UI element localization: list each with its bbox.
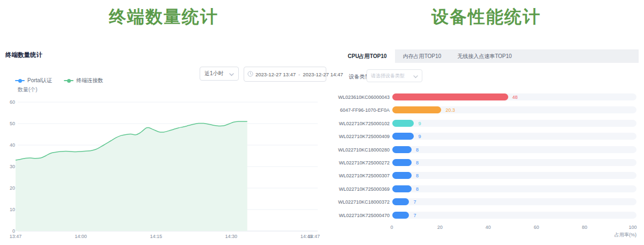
legend-item-1[interactable]: 终端连接数 bbox=[64, 77, 103, 84]
bar-category-label: WL022710K725000272 bbox=[339, 160, 390, 165]
bar-x-tick: 40 bbox=[486, 225, 491, 230]
device-type-placeholder: 请选择设备类型 bbox=[371, 73, 405, 80]
bar-category-label: WL022710K725000102 bbox=[339, 121, 390, 126]
terminal-count-chart: 数量(个)010203040506013:4714:0014:1514:3014… bbox=[0, 86, 327, 245]
date-range-picker[interactable]: 2023-12-27 13:47 - 2023-12-27 14:47 bbox=[244, 67, 326, 82]
bar-track bbox=[392, 120, 636, 127]
legend-item-0[interactable]: Portal认证 bbox=[15, 77, 52, 84]
left-panel-title: 终端数量统计 bbox=[5, 51, 42, 59]
tab-0[interactable]: CPU占用TOP10 bbox=[340, 49, 395, 63]
bar-fill bbox=[392, 133, 414, 140]
legend-marker-icon bbox=[64, 79, 74, 83]
series-area-fill bbox=[16, 121, 247, 231]
chevron-down-icon bbox=[229, 69, 234, 78]
x-tick: 14:47 bbox=[308, 234, 320, 239]
chevron-down-icon bbox=[413, 71, 418, 81]
legend-label: Portal认证 bbox=[27, 77, 52, 84]
bar-category-label: WL022710KC18000372 bbox=[338, 199, 390, 205]
y-tick: 10 bbox=[10, 207, 15, 212]
bar-fill bbox=[392, 146, 412, 153]
bar-track bbox=[392, 146, 636, 153]
bar-track bbox=[392, 185, 636, 192]
bar-fill bbox=[392, 159, 412, 166]
bar-x-tick: 60 bbox=[533, 225, 539, 230]
bar-row-8: WL022710KC18000372 7 bbox=[328, 198, 644, 205]
bar-value-label: 8 bbox=[416, 160, 419, 165]
terminal-count-panel: 终端数量统计 终端数量统计 Portal认证 终端连接数 近1小时 2023-1… bbox=[0, 0, 327, 245]
bar-fill bbox=[392, 185, 412, 192]
bar-row-3: WL022710K725000409 9 bbox=[328, 133, 644, 140]
bar-row-7: WL022710K725000369 8 bbox=[328, 185, 644, 192]
time-range-select[interactable]: 近1小时 bbox=[200, 67, 239, 81]
bar-category-label: WL022710K725000307 bbox=[339, 173, 390, 178]
bar-row-2: WL022710K725000102 9 bbox=[328, 120, 644, 127]
bar-track bbox=[392, 198, 636, 205]
bar-x-tick: 20 bbox=[437, 225, 443, 230]
bar-track bbox=[392, 133, 636, 140]
y-tick: 0 bbox=[12, 228, 15, 234]
bar-track bbox=[392, 159, 636, 166]
x-tick: 14:15 bbox=[150, 234, 162, 239]
bar-value-label: 8 bbox=[416, 147, 419, 153]
bar-row-6: WL022710K725000307 8 bbox=[328, 172, 644, 179]
bar-value-label: 9 bbox=[418, 134, 421, 139]
bar-value-label: 48 bbox=[513, 95, 518, 100]
legend-marker-icon bbox=[15, 79, 25, 83]
y-tick: 20 bbox=[10, 185, 15, 191]
bar-category-label: WL022710K725000470 bbox=[339, 213, 390, 218]
bar-value-label: 7 bbox=[413, 199, 416, 205]
bar-axis-label: 占用率(%) bbox=[614, 232, 636, 239]
x-tick: 14:30 bbox=[225, 234, 238, 239]
bar-value-label: 20.3 bbox=[445, 107, 455, 113]
tab-bar: CPU占用TOP10内存占用TOP10无线接入点速率TOP10 bbox=[340, 49, 639, 63]
tab-2[interactable]: 无线接入点速率TOP10 bbox=[449, 49, 520, 63]
x-tick: 13:47 bbox=[10, 234, 22, 239]
left-heading: 终端数量统计 bbox=[0, 5, 327, 29]
bar-fill bbox=[392, 172, 412, 179]
y-axis-title: 数量(个) bbox=[17, 87, 38, 92]
time-range-value: 近1小时 bbox=[204, 70, 224, 77]
bar-value-label: 9 bbox=[418, 121, 421, 126]
date-range-start: 2023-12-27 13:47 bbox=[255, 71, 296, 77]
bar-x-tick: 80 bbox=[582, 225, 587, 230]
bar-fill bbox=[392, 93, 508, 100]
y-tick: 60 bbox=[10, 99, 15, 105]
bar-category-label: 6047-FF96-1070-EF0A bbox=[340, 107, 390, 113]
bar-fill bbox=[392, 106, 441, 113]
bar-category-label: WL022710KC18000280 bbox=[338, 147, 390, 153]
chart-legend: Portal认证 终端连接数 bbox=[15, 77, 103, 84]
device-performance-panel: 设备性能统计 CPU占用TOP10内存占用TOP10无线接入点速率TOP10 设… bbox=[328, 0, 644, 245]
bar-value-label: 8 bbox=[416, 173, 419, 178]
bar-category-label: WL022710K725000369 bbox=[339, 186, 390, 192]
date-range-separator: - bbox=[298, 71, 300, 77]
bar-row-0: WL023610KC06000043 48 bbox=[328, 93, 644, 100]
bar-row-5: WL022710K725000272 8 bbox=[328, 159, 644, 166]
bar-track bbox=[392, 212, 636, 219]
clock-icon bbox=[247, 69, 253, 79]
bar-fill bbox=[392, 212, 409, 219]
bar-row-1: 6047-FF96-1070-EF0A 20.3 bbox=[328, 106, 644, 113]
bar-value-label: 7 bbox=[413, 213, 416, 218]
y-tick: 40 bbox=[10, 142, 15, 148]
bar-category-label: WL022710K725000409 bbox=[339, 134, 390, 139]
bar-fill bbox=[392, 198, 409, 205]
dashboard: 终端数量统计 终端数量统计 Portal认证 终端连接数 近1小时 2023-1… bbox=[0, 0, 644, 245]
legend-label: 终端连接数 bbox=[76, 77, 103, 84]
right-heading: 设备性能统计 bbox=[328, 5, 644, 29]
bar-row-9: WL022710K725000470 7 bbox=[328, 212, 644, 219]
tab-1[interactable]: 内存占用TOP10 bbox=[395, 49, 450, 63]
device-type-select[interactable]: 请选择设备类型 bbox=[367, 69, 422, 82]
y-tick: 50 bbox=[10, 121, 15, 126]
bar-x-tick: 100 bbox=[628, 225, 636, 230]
bar-row-4: WL022710KC18000280 8 bbox=[328, 146, 644, 153]
x-tick: 14:00 bbox=[75, 234, 87, 239]
bar-category-label: WL023610KC06000043 bbox=[338, 95, 390, 100]
y-tick: 30 bbox=[10, 164, 15, 169]
bar-track bbox=[392, 172, 636, 179]
bar-value-label: 8 bbox=[416, 186, 419, 192]
bar-fill bbox=[392, 120, 414, 127]
bar-x-tick: 0 bbox=[390, 225, 393, 230]
